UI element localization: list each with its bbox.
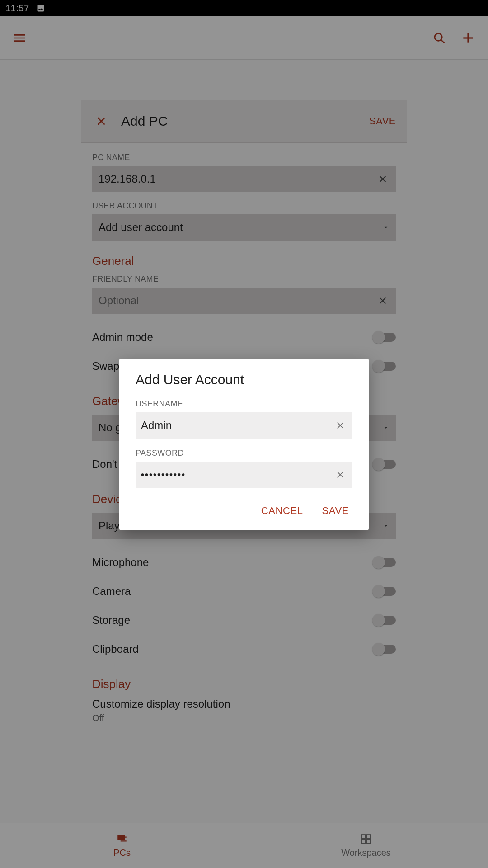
add-user-account-dialog: Add User Account USERNAME PASSWORD •••••… [119,359,369,530]
cancel-button[interactable]: CANCEL [258,500,307,521]
password-input-wrap[interactable]: ••••••••••• [136,462,352,488]
username-input-wrap[interactable] [136,412,352,439]
password-label: PASSWORD [136,448,352,458]
username-label: USERNAME [136,399,352,409]
dialog-save-button[interactable]: SAVE [319,500,352,521]
dialog-actions: CANCEL SAVE [136,500,352,521]
password-input[interactable]: ••••••••••• [141,470,333,480]
clear-username-button[interactable] [333,419,347,432]
x-icon [335,420,345,430]
username-input[interactable] [141,419,333,432]
clear-password-button[interactable] [333,468,347,481]
dialog-title: Add User Account [136,372,352,387]
x-icon [335,470,345,480]
